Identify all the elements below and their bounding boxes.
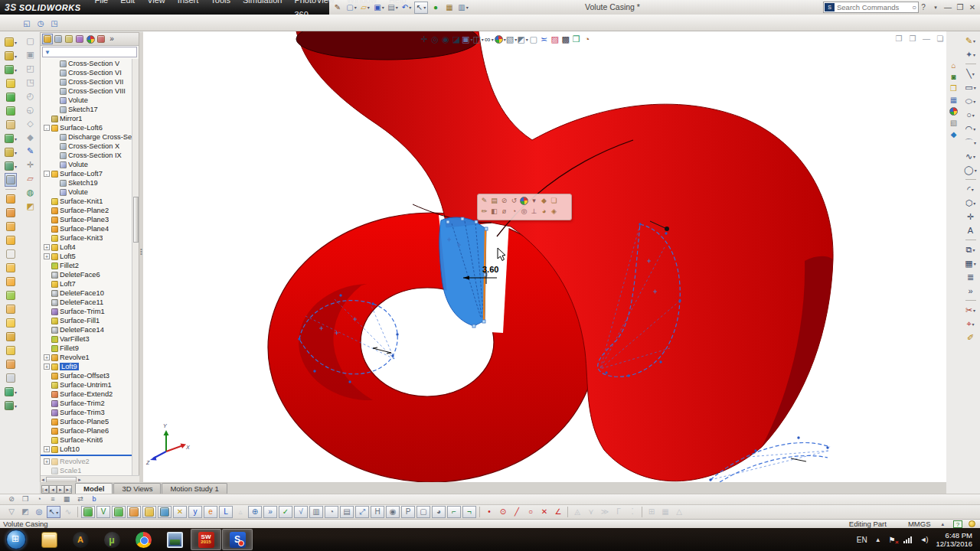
print-icon[interactable]: ▤▾ xyxy=(387,2,399,14)
tree-item-surface-plane6[interactable]: Surface-Plane6 xyxy=(41,426,132,435)
sketch-x-icon[interactable]: ✕ xyxy=(538,506,550,518)
view-cube-right-icon[interactable]: ◳ xyxy=(24,75,37,89)
rapid-sketch-icon[interactable]: ✐ xyxy=(965,331,977,344)
knit-surface-icon[interactable] xyxy=(5,316,17,330)
grid-table-icon[interactable]: ▦ xyxy=(60,494,73,504)
tree-item-surface-plane2[interactable]: Surface-Plane2 xyxy=(41,206,132,215)
units-dropdown-icon[interactable]: ▴ xyxy=(941,521,944,527)
rollback-bar[interactable] xyxy=(41,455,132,456)
draft-feature-icon[interactable] xyxy=(5,118,17,132)
appearance-dropdown-icon[interactable]: ▾ xyxy=(529,195,539,206)
view-cube-top-icon[interactable]: ◴ xyxy=(24,89,37,103)
planar-surface-icon[interactable] xyxy=(5,275,17,289)
model-canvas[interactable]: 3.60 xyxy=(143,31,946,482)
tool-flame-icon[interactable] xyxy=(127,506,141,518)
file-properties-icon[interactable]: ▦ xyxy=(443,2,456,14)
tree-item-surface-plane4[interactable]: Surface-Plane4 xyxy=(41,224,132,233)
tool-target-icon[interactable]: ◉ xyxy=(386,506,400,518)
linear-pattern-icon[interactable]: ▾ xyxy=(5,132,17,145)
tree-expand-toggle[interactable]: + xyxy=(44,253,50,259)
zebra-stripes-icon[interactable]: ▩ xyxy=(560,33,571,45)
snap-mid-icon[interactable]: ⋎ xyxy=(585,506,597,518)
boundary-surface-icon[interactable] xyxy=(5,247,17,261)
tool-h-icon[interactable]: H xyxy=(371,506,384,518)
select-arrow-icon[interactable]: ↖▾ xyxy=(47,506,60,518)
view-cube-bottom-icon[interactable]: ◵ xyxy=(24,103,37,116)
filter-faces-icon[interactable]: ◩ xyxy=(19,506,31,518)
snap-points-icon[interactable]: ⁚ xyxy=(626,506,639,518)
tool-root-icon[interactable]: √ xyxy=(294,506,308,518)
zoom-previous-icon[interactable]: ◉ xyxy=(440,33,451,45)
tree-item-discharge-cross-sectio[interactable]: Discharge Cross-Sectio xyxy=(41,132,132,142)
grid-display-icon[interactable]: ▦ xyxy=(659,506,671,518)
rollback-bar-icon[interactable]: ↺ xyxy=(509,195,519,206)
snap-perp-icon[interactable]: ◬ xyxy=(571,506,583,518)
doc-minimize-icon[interactable]: — xyxy=(920,33,933,45)
tree-item-fillet2[interactable]: Fillet2 xyxy=(41,261,132,270)
tree-item-surface-loft6[interactable]: -Surface-Loft6 xyxy=(41,123,132,132)
render-gradient-icon[interactable]: ▨ xyxy=(550,33,560,45)
tree-item-cross-section-vi[interactable]: Cross-Section VI xyxy=(41,68,132,77)
shell-feature-icon[interactable] xyxy=(5,104,17,118)
extend-surface-icon[interactable] xyxy=(5,357,17,371)
ellipse-icon[interactable]: ◯▾ xyxy=(964,163,976,177)
tree-item-surface-fill1[interactable]: Surface-Fill1 xyxy=(41,316,132,325)
tree-item-cross-section-viii[interactable]: Cross-Section VIII xyxy=(41,86,132,96)
reference-plane-icon[interactable]: ▱ xyxy=(24,171,37,185)
tool-p-icon[interactable]: P xyxy=(401,506,415,518)
start-button[interactable] xyxy=(6,530,26,549)
tree-expand-toggle[interactable]: - xyxy=(44,125,50,131)
tool-link-b-icon[interactable]: ¬ xyxy=(462,506,476,518)
tree-vertical-scrollbar[interactable] xyxy=(132,59,139,476)
sketch-point-icon[interactable]: • xyxy=(483,506,495,518)
save-icon[interactable]: ▣▾ xyxy=(373,2,385,14)
filled-surface-icon[interactable] xyxy=(5,261,17,275)
smart-dimension-icon[interactable]: ✦▾ xyxy=(965,47,977,61)
centerpoint-arc-icon[interactable]: ◠▾ xyxy=(965,122,977,135)
preview-render-icon[interactable]: ◔ xyxy=(582,33,593,45)
tree-item-deleteface10[interactable]: DeleteFace10 xyxy=(41,289,132,298)
tree-item-sketch17[interactable]: Sketch17 xyxy=(41,105,132,114)
doc-restore-a-icon[interactable]: ❐ xyxy=(893,33,905,45)
tool-folder-icon[interactable] xyxy=(142,506,156,518)
task-pane-home-icon[interactable]: ⌂ xyxy=(948,60,959,71)
tree-item-loft7[interactable]: Loft7 xyxy=(41,279,132,289)
tree-item-surface-extend2[interactable]: Surface-Extend2 xyxy=(41,390,132,399)
weld-bead-icon[interactable]: b xyxy=(88,494,100,504)
view-palette-icon[interactable]: ▦ xyxy=(948,94,959,106)
open-document-icon[interactable]: ▱▾ xyxy=(359,2,371,14)
tree-item-loft5[interactable]: +Loft5 xyxy=(41,252,132,261)
taskbar-app-file-explorer[interactable] xyxy=(34,529,64,550)
taskbar-clock[interactable]: 6:48 PM 12/13/2016 xyxy=(936,531,972,548)
copy-settings-icon[interactable]: ❒ xyxy=(19,494,31,504)
line-weights-icon[interactable]: ≡ xyxy=(47,494,59,504)
search-commands-box[interactable]: S ○ xyxy=(823,2,919,13)
view-settings-icon[interactable]: ◩▾ xyxy=(517,33,528,45)
selection-filter-toggle-icon[interactable]: ▽ xyxy=(5,506,18,518)
capture-timer-icon[interactable]: ◷ xyxy=(34,18,47,30)
tool-circle-icon[interactable]: ◕ xyxy=(432,506,446,518)
sketch-icon[interactable]: ✎▾ xyxy=(965,34,977,47)
rebuild-traffic-light-icon[interactable]: ● xyxy=(430,2,442,14)
sketch-ellipse-icon[interactable]: ○ xyxy=(524,506,537,518)
edit-sketch-ctx-icon[interactable]: ✏ xyxy=(479,206,489,217)
ruled-surface-icon[interactable] xyxy=(5,220,17,233)
dimxpertmanager-tab-icon[interactable] xyxy=(74,34,85,44)
camera-view-icon[interactable]: ▢ xyxy=(528,33,539,45)
tool-shade-icon[interactable]: ◔ xyxy=(325,506,338,518)
polygon-icon[interactable]: ⬡▾ xyxy=(965,196,977,210)
view-cube-back-icon[interactable]: ▣ xyxy=(24,47,37,61)
filter-magnify-icon[interactable]: ◎ xyxy=(33,506,45,518)
tab-model[interactable]: Model xyxy=(75,483,113,494)
tree-expand-toggle[interactable]: + xyxy=(44,458,50,465)
sketch-fillet-icon[interactable]: ◜▾ xyxy=(965,182,977,196)
quick-tips-icon[interactable]: ? xyxy=(953,520,962,528)
tool-l-icon[interactable]: L xyxy=(219,506,233,518)
constraints-pair-icon[interactable]: ⇄ xyxy=(74,494,87,504)
coordinate-system-icon[interactable]: ◩ xyxy=(24,199,37,213)
edit-appearance-icon[interactable]: ▾ xyxy=(495,33,506,45)
tab-motion-study-1[interactable]: Motion Study 1 xyxy=(162,483,227,494)
sketch-line-icon[interactable]: ╱ xyxy=(511,506,523,518)
help-button[interactable]: ? xyxy=(917,0,929,15)
record-screen-icon[interactable]: ◱ xyxy=(21,18,33,30)
